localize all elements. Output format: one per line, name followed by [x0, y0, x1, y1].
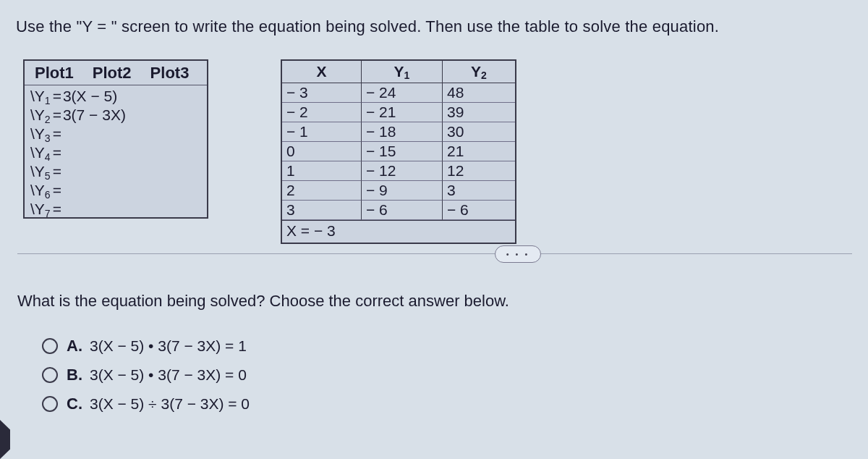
plot2-label: Plot2: [93, 64, 132, 83]
choice-b-text: 3(X − 5) • 3(7 − 3X) = 0: [90, 366, 247, 384]
plot3-label: Plot3: [150, 64, 190, 83]
y1-line: \Y1=3(X − 5): [26, 87, 207, 106]
table-footer: X = − 3: [282, 220, 515, 243]
table-row: − 3− 2448: [282, 83, 515, 103]
y3-line: \Y3=: [26, 125, 207, 143]
table-row: 0− 1521: [282, 142, 515, 161]
table-row: − 2− 2139: [282, 103, 515, 122]
value-table: X Y1 Y2 − 3− 2448 − 2− 2139 − 1− 1830 0−…: [281, 59, 516, 244]
more-button[interactable]: • • •: [495, 245, 541, 263]
choice-c-text: 3(X − 5) ÷ 3(7 − 3X) = 0: [90, 395, 250, 413]
y6-line: \Y6=: [26, 181, 207, 200]
choice-a-label: A.: [67, 337, 82, 355]
table-header: X Y1 Y2: [282, 61, 515, 83]
choice-c[interactable]: C. 3(X − 5) ÷ 3(7 − 3X) = 0: [42, 395, 250, 413]
table-row: 3− 6− 6: [282, 201, 515, 220]
table-row: 1− 1212: [282, 161, 515, 181]
y-equals-screen: Plot1 Plot2 Plot3 \Y1=3(X − 5) \Y2=3(7 −…: [23, 59, 208, 219]
choice-a[interactable]: A. 3(X − 5) • 3(7 − 3X) = 1: [42, 337, 250, 355]
plot-header: Plot1 Plot2 Plot3: [25, 61, 207, 85]
page-edge-decor: [0, 420, 10, 459]
y5-line: \Y5=: [26, 162, 207, 181]
col-header-x: X: [282, 61, 362, 83]
y-equals-body: \Y1=3(X − 5) \Y2=3(7 − 3X) \Y3= \Y4= \Y5…: [25, 85, 207, 220]
choice-a-text: 3(X − 5) • 3(7 − 3X) = 1: [90, 337, 247, 355]
choice-b[interactable]: B. 3(X − 5) • 3(7 − 3X) = 0: [42, 366, 250, 384]
radio-c[interactable]: [42, 396, 58, 412]
divider: [17, 253, 495, 254]
question-text: What is the equation being solved? Choos…: [17, 292, 509, 311]
plot1-label: Plot1: [35, 64, 74, 83]
answer-choices: A. 3(X − 5) • 3(7 − 3X) = 1 B. 3(X − 5) …: [42, 337, 250, 424]
radio-a[interactable]: [42, 338, 58, 354]
col-header-y1: Y1: [362, 61, 443, 83]
col-header-y2: Y2: [443, 61, 515, 83]
y7-line: \Y7=: [26, 200, 207, 219]
choice-c-label: C.: [67, 395, 82, 413]
y4-line: \Y4=: [26, 143, 207, 162]
divider: [541, 253, 852, 254]
choice-b-label: B.: [67, 366, 82, 384]
table-row: 2− 93: [282, 181, 515, 201]
table-row: − 1− 1830: [282, 122, 515, 142]
y2-line: \Y2=3(7 − 3X): [26, 106, 207, 125]
radio-b[interactable]: [42, 367, 58, 383]
instruction-text: Use the "Y = " screen to write the equat…: [16, 17, 719, 36]
